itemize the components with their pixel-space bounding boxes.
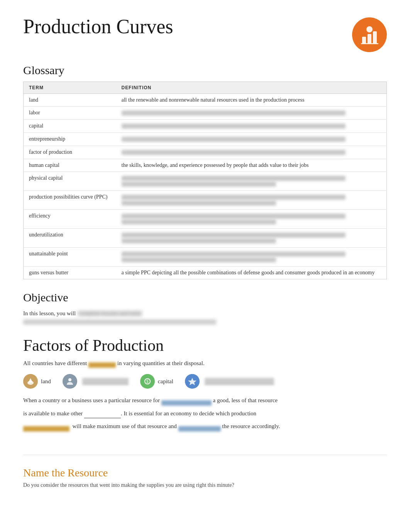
land-icon-circle <box>23 374 38 389</box>
factors-intro-end: in varying quantities at their disposal. <box>117 360 205 366</box>
entrepreneurship-icon <box>188 377 197 386</box>
labor-blank <box>82 378 129 385</box>
term-cell: land <box>24 94 116 107</box>
glossary-table: TERM DEFINITION landall the renewable an… <box>23 82 387 279</box>
table-row: human capitalthe skills, knowledge, and … <box>24 159 387 172</box>
entrepreneurship-blank <box>205 378 274 385</box>
definition-cell <box>116 120 387 133</box>
blurred-def-line-2 <box>122 182 276 187</box>
definition-cell <box>116 210 387 229</box>
land-icon <box>26 377 35 386</box>
blurred-def-line-1 <box>122 124 346 129</box>
table-row: underutilization <box>24 229 387 248</box>
term-cell: production possibilities curve (PPC) <box>24 191 116 210</box>
body-blank-1 <box>161 400 212 406</box>
capital-icon-circle: $ <box>140 374 155 389</box>
definition-cell <box>116 248 387 267</box>
resource-capital: $ capital <box>140 374 173 389</box>
factors-section: Factors of Production All countries have… <box>23 336 387 432</box>
factors-intro-start: All countries have different <box>23 360 87 366</box>
labor-icon <box>66 377 74 386</box>
term-cell: entrepreneurship <box>24 133 116 146</box>
blurred-def-line-1 <box>122 252 346 257</box>
factors-intro: All countries have different in varying … <box>23 359 387 368</box>
labor-icon-circle <box>63 374 77 389</box>
blurred-def-line-1 <box>122 150 346 155</box>
objective-blurred-line <box>23 320 216 325</box>
body-blank-2 <box>84 412 121 418</box>
table-row: unattainable point <box>24 248 387 267</box>
svg-marker-6 <box>28 378 33 382</box>
bottom-title: Name the Resource <box>23 467 387 479</box>
resource-entrepreneurship <box>185 374 274 389</box>
table-row: landall the renewable and nonrenewable n… <box>24 94 387 107</box>
table-row: production possibilities curve (PPC) <box>24 191 387 210</box>
col-def-header: DEFINITION <box>116 82 387 94</box>
svg-text:$: $ <box>146 379 149 384</box>
definition-cell: a simple PPC depicting all the possible … <box>116 267 387 279</box>
svg-rect-2 <box>368 34 371 44</box>
col-term-header: TERM <box>24 82 116 94</box>
page-header: Production Curves <box>23 15 387 52</box>
bottom-section: Name the Resource Do you consider the re… <box>23 455 387 488</box>
svg-rect-3 <box>373 31 377 44</box>
table-row: entrepreneurship <box>24 133 387 146</box>
factors-body-3: will make maximum use of that resource a… <box>23 422 387 432</box>
svg-rect-1 <box>362 37 366 44</box>
definition-cell <box>116 229 387 248</box>
table-row: guns versus buttera simple PPC depicting… <box>24 267 387 279</box>
definition-cell: the skills, knowledge, and experience po… <box>116 159 387 172</box>
resource-icons-row: land $ capital <box>23 374 387 389</box>
table-row: physical capital <box>24 172 387 191</box>
term-cell: efficiency <box>24 210 116 229</box>
table-row: capital <box>24 120 387 133</box>
blurred-def-line-1 <box>122 110 346 116</box>
blurred-def-line-1 <box>122 195 346 200</box>
bottom-text: Do you consider the resources that went … <box>23 482 387 488</box>
objective-text: In this lesson, you will complete lesson… <box>23 309 387 325</box>
term-cell: labor <box>24 107 116 120</box>
table-row: labor <box>24 107 387 120</box>
resource-land: land <box>23 374 51 389</box>
blurred-def-line-1 <box>122 233 346 238</box>
blurred-def-line-2 <box>122 219 276 224</box>
blurred-def-line-2 <box>122 201 276 206</box>
glossary-title: Glossary <box>23 64 387 77</box>
body-blank-4 <box>178 426 221 432</box>
term-cell: factor of production <box>24 146 116 159</box>
header-icon <box>352 17 387 52</box>
definition-cell <box>116 191 387 210</box>
objective-blurred-1: complete lessons and tasks <box>77 310 142 316</box>
definition-cell <box>116 172 387 191</box>
term-cell: capital <box>24 120 116 133</box>
term-cell: guns versus butter <box>24 267 116 279</box>
definition-cell: all the renewable and nonrenewable natur… <box>116 94 387 107</box>
blurred-def-line-1 <box>122 176 346 181</box>
bar-chart-icon <box>359 24 380 46</box>
capital-label: capital <box>158 378 173 385</box>
objective-section: Objective In this lesson, you will compl… <box>23 291 387 325</box>
blurred-def-line-2 <box>122 257 276 262</box>
resource-labor <box>63 374 129 389</box>
factors-body-1: When a country or a business uses a part… <box>23 396 387 406</box>
body-blank-3 <box>23 426 69 432</box>
blurred-def-line-1 <box>122 214 346 219</box>
entrepreneurship-icon-circle <box>185 374 200 389</box>
term-cell: human capital <box>24 159 116 172</box>
table-row: factor of production <box>24 146 387 159</box>
svg-marker-10 <box>188 378 197 385</box>
term-cell: underutilization <box>24 229 116 248</box>
factors-title: Factors of Production <box>23 336 387 355</box>
land-label: land <box>41 378 51 385</box>
term-cell: physical capital <box>24 172 116 191</box>
definition-cell <box>116 146 387 159</box>
svg-point-0 <box>366 26 373 32</box>
blurred-def-line-1 <box>122 137 346 142</box>
objective-intro: In this lesson, you will <box>23 310 76 316</box>
glossary-section: Glossary TERM DEFINITION landall the ren… <box>23 64 387 279</box>
factors-body-2: is available to make other . It is essen… <box>23 409 387 419</box>
term-cell: unattainable point <box>24 248 116 267</box>
capital-icon: $ <box>143 377 152 386</box>
definition-cell <box>116 133 387 146</box>
objective-title: Objective <box>23 291 387 304</box>
